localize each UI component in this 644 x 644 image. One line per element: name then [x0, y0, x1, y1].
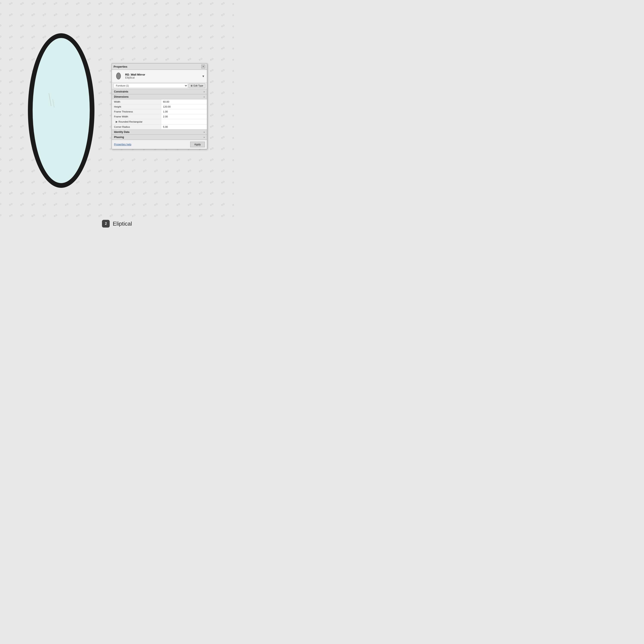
furniture-select[interactable]: Furniture (1): [114, 83, 188, 88]
panel-title: Properties: [114, 65, 127, 68]
prop-label-frame-thickness: Frame Thickness: [112, 109, 161, 114]
label-text: Eliptical: [113, 220, 132, 227]
prop-row-frame-width: Frame Width 2.00: [112, 114, 207, 119]
dimensions-collapse-icon: «: [204, 96, 205, 98]
phasing-collapse-icon: »: [204, 136, 205, 138]
edit-type-button[interactable]: ⊞ Edit Type: [189, 84, 205, 88]
prop-label-width: Width: [112, 99, 161, 104]
prop-row-height: Height 120.00: [112, 104, 207, 109]
prop-row-width: Width 60.00: [112, 99, 207, 104]
object-info: RD_Wall Mirror Elliptical: [125, 73, 200, 79]
object-name: RD_Wall Mirror: [125, 73, 200, 76]
prop-label-rounded-rectangular: ▶Rounded Rectangular: [112, 119, 161, 124]
object-type: Elliptical: [125, 76, 200, 79]
phasing-label: Phasing: [114, 136, 124, 139]
mirror-reflection-2: [52, 99, 54, 108]
bottom-label-container: 2 Eliptical: [0, 220, 234, 228]
prop-value-width[interactable]: 60.00: [161, 99, 207, 104]
panel-footer: Properties help Apply: [112, 140, 207, 149]
toolbar-row: Furniture (1) ⊞ Edit Type: [112, 82, 207, 89]
prop-value-corner-radius[interactable]: 5.00: [161, 125, 207, 129]
prop-row-frame-thickness: Frame Thickness 1.00: [112, 109, 207, 114]
dimensions-label: Dimensions: [114, 95, 129, 98]
constraints-label: Constraints: [114, 90, 128, 93]
svg-point-0: [116, 73, 121, 79]
prop-value-frame-width[interactable]: 2.00: [161, 114, 207, 119]
identity-data-label: Identity Data: [114, 131, 129, 134]
label-badge: 2: [102, 220, 110, 228]
edit-type-icon: ⊞: [191, 84, 193, 87]
prop-value-height[interactable]: 120.00: [161, 104, 207, 109]
properties-panel: Properties × RD_Wall Mirror Elliptical ▼…: [112, 63, 207, 149]
prop-label-frame-width: Frame Width: [112, 114, 161, 119]
mirror-shape: [28, 33, 94, 188]
prop-label-height: Height: [112, 104, 161, 109]
apply-button[interactable]: Apply: [190, 142, 205, 147]
constraints-collapse-icon: »: [204, 90, 205, 93]
object-thumbnail: [114, 71, 123, 81]
panel-titlebar: Properties ×: [112, 64, 207, 70]
properties-help-link[interactable]: Properties help: [114, 143, 131, 146]
dropdown-arrow-icon[interactable]: ▼: [202, 74, 205, 77]
prop-value-rounded-rectangular: [161, 119, 207, 124]
prop-value-frame-thickness[interactable]: 1.00: [161, 109, 207, 114]
phasing-section-header[interactable]: Phasing »: [112, 135, 207, 140]
identity-data-collapse-icon: »: [204, 131, 205, 133]
prop-row-corner-radius: Corner Radius 5.00: [112, 125, 207, 129]
mirror-container: [28, 33, 94, 188]
close-button[interactable]: ×: [201, 65, 205, 68]
properties-table: Width 60.00 Height 120.00 Frame Thicknes…: [112, 99, 207, 129]
object-header: RD_Wall Mirror Elliptical ▼: [112, 70, 207, 82]
dimensions-section-header[interactable]: Dimensions «: [112, 94, 207, 99]
identity-data-section-header[interactable]: Identity Data »: [112, 129, 207, 135]
expand-icon: ▶: [116, 120, 118, 123]
constraints-section-header[interactable]: Constraints »: [112, 89, 207, 94]
prop-label-corner-radius: Corner Radius: [112, 125, 161, 129]
mirror-reflection-1: [49, 93, 51, 106]
prop-row-rounded-rectangular[interactable]: ▶Rounded Rectangular: [112, 119, 207, 125]
edit-type-label: Edit Type: [193, 84, 203, 87]
